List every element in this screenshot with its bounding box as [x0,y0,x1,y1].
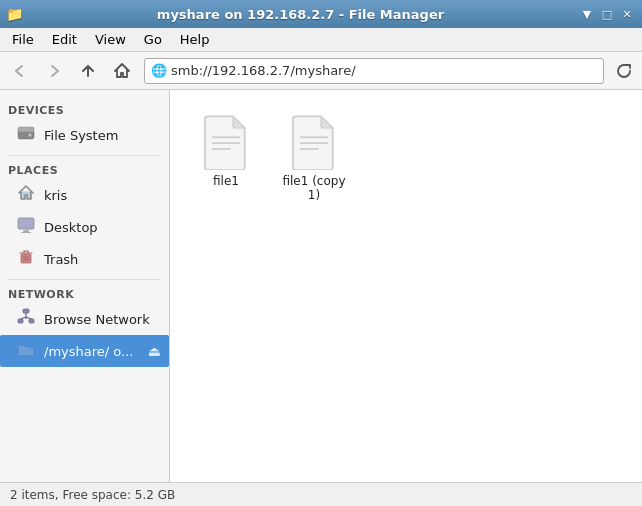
hdd-icon [16,123,36,147]
sidebar-item-home[interactable]: kris [0,179,169,211]
statusbar: 2 items, Free space: 5.2 GB [0,482,642,506]
svg-rect-1 [18,127,34,132]
file-item[interactable]: file1 [186,106,266,210]
status-text: 2 items, Free space: 5.2 GB [10,488,175,502]
sidebar-item-trash-label: Trash [44,252,78,267]
svg-line-15 [26,317,32,319]
titlebar-app-icon: 📁 [6,6,23,22]
eject-icon[interactable]: ⏏ [148,343,161,359]
svg-rect-11 [18,319,23,323]
home-button[interactable] [106,56,138,86]
sidebar-item-browse-network-label: Browse Network [44,312,150,327]
sidebar-separator-1 [8,155,161,156]
address-icon: 🌐 [151,63,167,78]
file-item-copy[interactable]: file1 (copy 1) [274,106,354,210]
file-area: file1 file1 (copy 1) [170,90,642,482]
sidebar-item-trash[interactable]: Trash [0,243,169,275]
svg-rect-10 [23,309,29,313]
maximize-button[interactable]: □ [598,5,616,23]
sidebar-item-desktop-label: Desktop [44,220,98,235]
titlebar-title: myshare on 192.168.2.7 - File Manager [23,7,578,22]
refresh-button[interactable] [610,58,638,84]
desktop-icon [16,215,36,239]
file-name-2: file1 (copy 1) [278,174,350,202]
toolbar: 🌐 smb://192.168.2.7/myshare/ [0,52,642,90]
minimize-button[interactable]: ▼ [578,5,596,23]
svg-rect-12 [29,319,34,323]
svg-rect-5 [21,232,31,233]
titlebar: 📁 myshare on 192.168.2.7 - File Manager … [0,0,642,28]
forward-button[interactable] [38,56,70,86]
close-button[interactable]: ✕ [618,5,636,23]
sidebar-separator-2 [8,279,161,280]
sidebar-item-filesystem-label: File System [44,128,118,143]
titlebar-controls: ▼ □ ✕ [578,5,636,23]
sidebar-item-home-label: kris [44,188,67,203]
menubar: File Edit View Go Help [0,28,642,52]
menu-view[interactable]: View [87,30,134,49]
sidebar-section-places: PLACES [0,160,169,179]
address-text: smb://192.168.2.7/myshare/ [171,63,356,78]
sidebar: DEVICES File System PLACES kris Desktop [0,90,170,482]
file-icon-1 [202,114,250,170]
sidebar-item-myshare-label: /myshare/ o... [44,344,140,359]
menu-go[interactable]: Go [136,30,170,49]
back-button[interactable] [4,56,36,86]
menu-edit[interactable]: Edit [44,30,85,49]
address-bar[interactable]: 🌐 smb://192.168.2.7/myshare/ [144,58,604,84]
up-button[interactable] [72,56,104,86]
network-icon [16,307,36,331]
svg-line-14 [21,317,27,319]
file-icon-2 [290,114,338,170]
sidebar-item-browse-network[interactable]: Browse Network [0,303,169,335]
menu-file[interactable]: File [4,30,42,49]
svg-rect-4 [23,230,29,232]
menu-help[interactable]: Help [172,30,218,49]
svg-rect-3 [18,218,34,229]
sidebar-item-desktop[interactable]: Desktop [0,211,169,243]
file-name-1: file1 [213,174,239,188]
sidebar-item-filesystem[interactable]: File System [0,119,169,151]
main-layout: DEVICES File System PLACES kris Desktop [0,90,642,482]
sidebar-section-devices: DEVICES [0,100,169,119]
sidebar-section-network: NETWORK [0,284,169,303]
trash-icon [16,247,36,271]
sidebar-item-myshare[interactable]: /myshare/ o... ⏏ [0,335,169,367]
home-icon [16,183,36,207]
svg-point-2 [29,134,32,137]
network-folder-icon [16,339,36,363]
